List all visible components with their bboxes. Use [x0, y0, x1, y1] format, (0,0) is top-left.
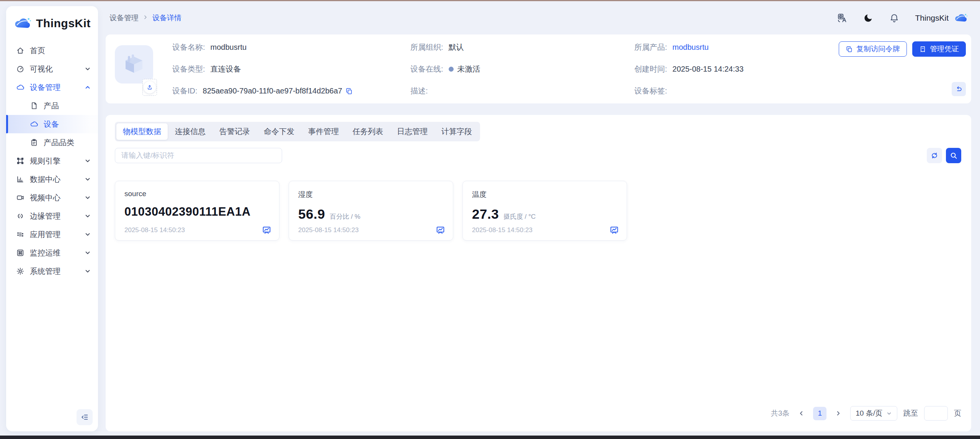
sidebar-item-video-center[interactable]: 视频中心	[6, 188, 98, 207]
page-number-button[interactable]: 1	[813, 407, 826, 420]
sidebar-menu: 首页 可视化 设备管理 产品 设备 产品品类 规则引擎	[6, 41, 98, 280]
home-icon	[16, 46, 24, 55]
back-button[interactable]	[952, 82, 966, 96]
chevron-down-icon	[84, 231, 91, 238]
key-search-input[interactable]	[115, 148, 282, 163]
sidebar-item-label: 视频中心	[30, 193, 60, 203]
credential-icon	[919, 46, 926, 53]
moon-icon	[863, 13, 873, 23]
sidebar-item-rule-engine[interactable]: 规则引擎	[6, 152, 98, 170]
product-link[interactable]: modbusrtu	[673, 43, 709, 52]
sidebar-item-label: 规则引擎	[30, 156, 60, 166]
device-info-card: 设备名称: modbusrtu 设备类型: 直连设备 设备ID: 825aea9…	[106, 34, 971, 103]
upload-icon	[146, 84, 153, 91]
sidebar-item-label: 数据中心	[30, 174, 60, 185]
cloud-logo-icon	[15, 17, 31, 30]
sidebar-item-device-management[interactable]: 设备管理	[6, 78, 98, 97]
cloud-device-icon	[30, 120, 38, 128]
device-id-label: 设备ID:	[172, 86, 198, 96]
translate-icon	[837, 13, 847, 23]
upload-image-button[interactable]	[142, 79, 157, 96]
metric-timestamp: 2025-08-15 14:50:23	[472, 226, 532, 234]
metric-card-source[interactable]: source 01030402390111EA1A 2025-08-15 14:…	[115, 181, 279, 241]
collapse-sidebar-icon	[80, 413, 89, 421]
tab-thing-model-data[interactable]: 物模型数据	[116, 123, 168, 140]
chevron-down-icon	[84, 194, 91, 201]
sidebar-item-monitor-ops[interactable]: 监控运维	[6, 244, 98, 262]
chevron-down-icon	[84, 268, 91, 275]
tab-event-management[interactable]: 事件管理	[302, 123, 345, 140]
history-chart-icon[interactable]	[262, 225, 271, 235]
file-icon	[30, 102, 38, 110]
header-actions: ThingsKit	[837, 12, 968, 24]
translate-button[interactable]	[837, 13, 848, 23]
sidebar-item-label: 应用管理	[30, 229, 60, 240]
prev-page-button[interactable]	[795, 408, 807, 419]
tab-computed-fields[interactable]: 计算字段	[435, 123, 479, 140]
org-row: 所属组织: 默认	[410, 42, 464, 52]
sidebar-item-device[interactable]: 设备	[6, 115, 98, 133]
manage-credentials-button[interactable]: 管理凭证	[912, 41, 966, 57]
history-chart-icon[interactable]	[609, 225, 619, 235]
window-bottom-edge	[0, 436, 980, 439]
metric-title: 温度	[472, 190, 617, 200]
tab-task-list[interactable]: 任务列表	[346, 123, 390, 140]
pagination-total: 共3条	[771, 408, 790, 418]
breadcrumb-current: 设备详情	[152, 13, 181, 23]
monitor-ops-icon	[16, 249, 24, 257]
chevron-down-icon	[84, 213, 91, 220]
copy-access-token-button[interactable]: 复制访问令牌	[839, 41, 907, 57]
tab-command-issue[interactable]: 命令下发	[257, 123, 301, 140]
page-size-value: 10 条/页	[856, 408, 882, 418]
sidebar-item-app-management[interactable]: 应用管理	[6, 225, 98, 244]
sidebar-item-visualization[interactable]: 可视化	[6, 60, 98, 78]
copy-token-icon	[846, 46, 853, 53]
sidebar-item-data-center[interactable]: 数据中心	[6, 170, 98, 188]
refresh-button[interactable]	[927, 148, 942, 163]
breadcrumb-parent[interactable]: 设备管理	[109, 13, 139, 23]
sidebar-item-home[interactable]: 首页	[6, 41, 98, 60]
jump-to-label: 跳至	[903, 408, 918, 418]
metric-title: source	[124, 190, 270, 198]
device-type-row: 设备类型: 直连设备	[172, 64, 241, 74]
device-id-row: 设备ID: 825aea90-79a0-11f0-ae97-bf8f14d2b6…	[172, 86, 353, 96]
sidebar-item-product[interactable]: 产品	[6, 97, 98, 115]
tab-log-management[interactable]: 日志管理	[390, 123, 434, 140]
manage-credentials-label: 管理凭证	[930, 44, 959, 54]
metric-card-temperature[interactable]: 温度 27.3 摄氏度 / °C 2025-08-15 14:50:23	[462, 181, 627, 241]
sidebar-item-label: 首页	[30, 46, 45, 56]
sidebar-item-system-management[interactable]: 系统管理	[6, 262, 98, 280]
brand-logo[interactable]: ThingsKit	[6, 6, 98, 41]
tab-alarm-records[interactable]: 告警记录	[213, 123, 256, 140]
chevron-down-icon	[886, 411, 892, 416]
cloud-device-icon	[16, 83, 24, 92]
page-size-select[interactable]: 10 条/页	[850, 406, 897, 421]
device-id-value: 825aea90-79a0-11f0-ae97-bf8f14d2b6a7	[203, 87, 342, 95]
dark-mode-button[interactable]	[863, 13, 874, 23]
sidebar-item-edge-management[interactable]: 边缘管理	[6, 207, 98, 225]
sidebar-item-label: 产品	[44, 101, 59, 111]
user-menu[interactable]: ThingsKit	[915, 12, 968, 24]
copy-icon[interactable]	[345, 87, 353, 95]
tab-connection-info[interactable]: 连接信息	[168, 123, 212, 140]
notifications-button[interactable]	[889, 13, 900, 23]
metric-card-humidity[interactable]: 湿度 56.9 百分比 / % 2025-08-15 14:50:23	[289, 181, 453, 241]
collapse-sidebar-button[interactable]	[77, 409, 93, 425]
online-status-row: 设备在线: 未激活	[410, 64, 480, 74]
apps-icon	[16, 230, 24, 239]
sidebar-item-label: 边缘管理	[30, 211, 60, 221]
sidebar-item-product-category[interactable]: 产品品类	[6, 133, 98, 152]
status-badge: 未激活	[457, 64, 480, 74]
next-page-button[interactable]	[833, 408, 844, 419]
window-top-edge	[0, 0, 980, 1]
sidebar-item-label: 设备管理	[30, 82, 60, 93]
gear-icon	[16, 267, 24, 275]
history-chart-icon[interactable]	[436, 225, 445, 235]
metric-value: 27.3	[472, 206, 499, 222]
jump-to-page-input[interactable]	[924, 406, 948, 421]
search-button[interactable]	[946, 148, 961, 163]
rule-frame-icon	[16, 157, 24, 165]
product-row: 所属产品: modbusrtu	[634, 42, 709, 52]
breadcrumb: 设备管理 设备详情	[109, 13, 181, 23]
chevron-down-icon	[84, 176, 91, 183]
